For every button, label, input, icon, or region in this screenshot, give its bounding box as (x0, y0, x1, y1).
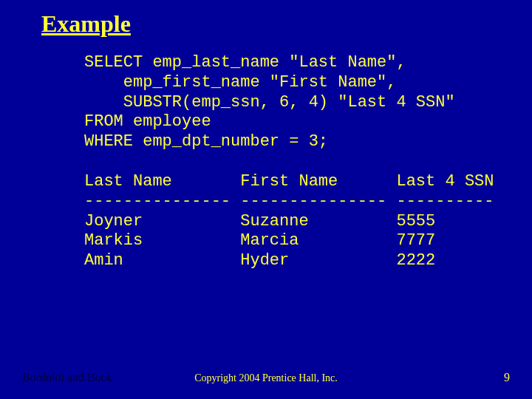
slide: Example SELECT emp_last_name "Last Name"… (0, 0, 532, 399)
footer-page-number: 9 (504, 371, 510, 384)
sql-line-1: SELECT emp_last_name "Last Name", (84, 53, 406, 72)
result-divider: --------------- --------------- --------… (84, 192, 494, 211)
slide-title: Example (41, 10, 131, 38)
sql-line-4: FROM employee (84, 112, 211, 131)
result-row-1: Joyner Suzanne 5555 (84, 212, 435, 231)
sql-line-5: WHERE emp_dpt_number = 3; (84, 132, 328, 151)
result-header: Last Name First Name Last 4 SSN (84, 172, 494, 191)
result-row-3: Amin Hyder 2222 (84, 251, 435, 270)
sql-line-2: emp_first_name "First Name", (84, 73, 396, 92)
result-row-2: Markis Marcia 7777 (84, 231, 435, 250)
code-block: SELECT emp_last_name "Last Name", emp_fi… (84, 53, 494, 271)
footer-copyright: Copyright 2004 Prentice Hall, Inc. (0, 372, 532, 384)
sql-line-3: SUBSTR(emp_ssn, 6, 4) "Last 4 SSN" (84, 93, 455, 112)
